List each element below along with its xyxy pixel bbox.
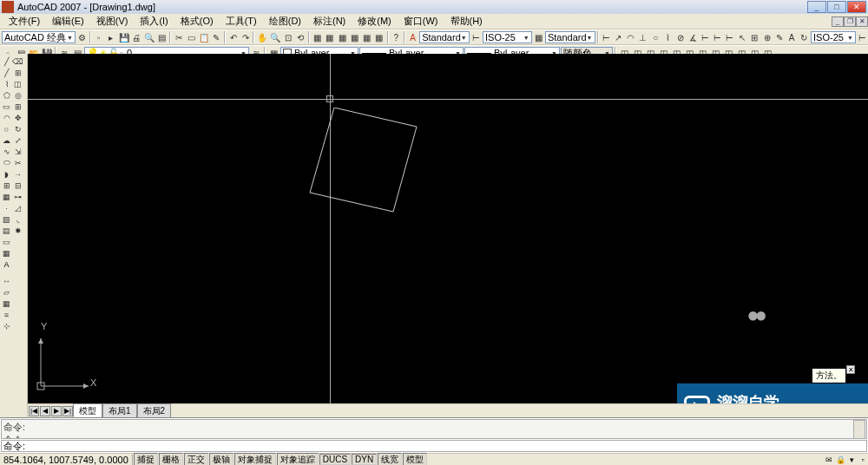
tab-nav-next[interactable]: ▶ [51,406,62,416]
revcloud-button[interactable]: ☁ [1,134,12,146]
preview-button[interactable]: 🔍 [143,31,155,43]
arc-button[interactable]: ◠ [1,112,12,123]
dim-tedit-button[interactable]: A [786,31,798,43]
menu-tools[interactable]: 工具(T) [220,14,262,29]
block-button[interactable]: ▦ [1,191,12,202]
save-button[interactable]: 💾 [118,31,130,43]
paste-button[interactable]: 📋 [198,31,210,43]
break-button[interactable]: ⊟ [12,180,23,191]
move-button[interactable]: ✥ [12,112,23,123]
copy-button[interactable]: ▭ [185,31,196,43]
extend-button[interactable]: → [12,168,23,180]
dimstyle-icon[interactable]: ⊢ [470,31,482,43]
publish-button[interactable]: ▤ [156,31,168,43]
tab-nav-first[interactable]: |◀ [29,406,39,416]
sheetset-button[interactable]: ▦ [349,31,360,43]
mtext-button[interactable]: A [1,259,12,270]
menu-help[interactable]: 帮助(H) [445,14,488,29]
tab-layout1[interactable]: 布局1 [102,403,137,418]
menu-view[interactable]: 视图(V) [91,14,134,29]
doc-minimize-button[interactable]: _ [832,16,844,27]
snap-toggle[interactable]: 捕捉 [134,453,158,466]
xline-button[interactable]: ╱ [1,67,12,78]
polygon-button[interactable]: ⬠ [1,89,12,101]
dimstyle2-dropdown[interactable]: ISO-25▼ [811,31,856,43]
join-button[interactable]: ⊶ [12,191,23,202]
menu-modify[interactable]: 修改(M) [352,14,397,29]
matchprop-button[interactable]: ✎ [211,31,222,43]
table-button[interactable]: ▦ [1,247,12,259]
copy-obj-button[interactable]: ⊞ [12,67,23,78]
lock-icon[interactable]: 🔒 [835,455,845,465]
stretch-button[interactable]: ⇲ [12,146,23,157]
massprops-button[interactable]: ▦ [1,298,12,309]
dim-continue-button[interactable]: ⊢ [724,31,735,43]
id-button[interactable]: ⊹ [1,320,12,331]
fillet-button[interactable]: ◟ [12,213,23,225]
dim-linear-button[interactable]: ⊢ [601,31,612,43]
menu-edit[interactable]: 编辑(E) [47,14,89,29]
zoom-prev-button[interactable]: ⟲ [295,31,306,43]
toolpalette-button[interactable]: ▦ [337,31,348,43]
tab-layout2[interactable]: 布局2 [137,403,172,418]
point-button[interactable]: · [1,202,12,213]
model-toggle[interactable]: 模型 [403,453,427,466]
qcalc-button[interactable]: ▦ [373,31,385,43]
scale-button[interactable]: ⤢ [12,134,23,146]
comm-center-icon[interactable]: ✉ [824,455,834,465]
line-button[interactable]: ╱ [1,56,12,67]
designcenter-button[interactable]: ▦ [324,31,335,43]
spline-button[interactable]: ∿ [1,146,12,157]
dim-angular-button[interactable]: ∡ [687,31,698,43]
doc-close-button[interactable]: ✕ [856,16,868,27]
tab-nav-prev[interactable]: ◀ [40,406,50,416]
cut-button[interactable]: ✂ [173,31,184,43]
insert-button[interactable]: ⊞ [1,180,12,191]
command-input[interactable]: 命令: [1,440,867,452]
circle-button[interactable]: ○ [1,123,12,134]
markup-button[interactable]: ▦ [361,31,372,43]
dim-center-button[interactable]: ⊕ [761,31,773,43]
undo-button[interactable]: ↶ [227,31,239,43]
menu-format[interactable]: 格式(O) [175,14,219,29]
pline-button[interactable]: ⌇ [1,78,12,89]
clean-screen-icon[interactable]: ▫ [858,455,868,465]
offset-button[interactable]: ◎ [12,89,23,101]
chamfer-button[interactable]: ◿ [12,202,23,213]
dim-update-button[interactable]: ↻ [799,31,810,43]
tooltip-close-button[interactable]: ✕ [846,365,855,374]
tab-nav-last[interactable]: ▶| [62,406,73,416]
command-scrollbar[interactable] [853,420,865,439]
hatch-button[interactable]: ▨ [1,213,12,225]
open-button[interactable]: ▸ [105,31,116,43]
maximize-button[interactable]: □ [827,1,846,13]
ellipse-button[interactable]: ⬭ [1,157,12,168]
area-button[interactable]: ▱ [1,286,12,298]
region-button[interactable]: ▭ [1,236,12,247]
dim-baseline-button[interactable]: ⊢ [712,31,723,43]
help-button[interactable]: ? [391,31,402,43]
distance-button[interactable]: ↔ [1,275,12,286]
dim-leader-button[interactable]: ↖ [736,31,747,43]
menu-window[interactable]: 窗口(W) [398,14,444,29]
minimize-button[interactable]: _ [807,1,826,13]
mirror-button[interactable]: ◫ [12,78,23,89]
erase-button[interactable]: ⌫ [12,56,23,67]
doc-restore-button[interactable]: ❐ [844,16,856,27]
properties-button[interactable]: ▦ [312,31,323,43]
trim-button[interactable]: ✂ [12,157,23,168]
dim-arc-button[interactable]: ◠ [625,31,636,43]
zoom-rt-button[interactable]: 🔍 [269,31,281,43]
tablestyle-dropdown[interactable]: Standard▼ [545,31,595,43]
rectangle-button[interactable]: ▭ [1,101,12,112]
grid-toggle[interactable]: 栅格 [159,453,183,466]
osnap-toggle[interactable]: 对象捕捉 [234,453,276,466]
tray-icon[interactable]: ▾ [846,455,857,465]
dim-jogged-button[interactable]: ⌇ [662,31,674,43]
polar-toggle[interactable]: 极轴 [209,453,233,466]
explode-button[interactable]: ✸ [12,225,23,236]
menu-insert[interactable]: 插入(I) [135,14,173,29]
dim-aligned-button[interactable]: ↗ [613,31,624,43]
tablestyle-icon[interactable]: ▦ [533,31,544,43]
dim-ordinate-button[interactable]: ⊥ [637,31,648,43]
